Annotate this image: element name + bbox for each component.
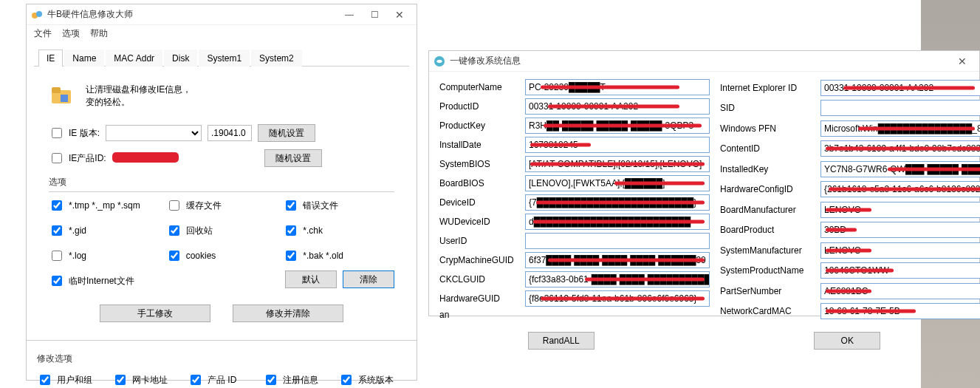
- label-crypmachineguid: CrypMachineGUID: [439, 255, 521, 265]
- opt-tempie[interactable]: 临时Internet文件: [49, 273, 160, 288]
- value-deviceid[interactable]: {7█████████████████████████}: [525, 194, 710, 211]
- opt-log[interactable]: *.log: [49, 248, 160, 263]
- menu-file[interactable]: 文件: [34, 27, 52, 40]
- mod-productid[interactable]: 产品 ID: [188, 372, 256, 387]
- value-ckclguid[interactable]: {fcf33a83-0b61-████-████-██████████e}: [525, 271, 710, 287]
- tab-system1[interactable]: System1: [199, 50, 250, 67]
- value-partsernumber[interactable]: AE6881BC: [820, 283, 980, 299]
- label-sid: SID: [720, 103, 816, 113]
- opt-cookies[interactable]: cookies: [166, 248, 278, 263]
- label-installdate: InstallDate: [439, 140, 521, 150]
- value-sid[interactable]: [820, 100, 980, 116]
- left-column: ComputerName PC-20230█████T ProductID 00…: [439, 79, 710, 320]
- opt-chk[interactable]: *.chk: [283, 223, 394, 238]
- value-wudeviceid[interactable]: d█████████████████████████: [525, 214, 710, 230]
- maximize-button[interactable]: ☐: [362, 7, 387, 23]
- value-networkcardmac[interactable]: 18-68-61-78-7E-5B: [820, 303, 980, 319]
- value-systemproductname[interactable]: 10646CTO1WW: [820, 262, 980, 279]
- options-label: 选项: [49, 176, 394, 188]
- label-ckclguid: CKCLGUID: [439, 274, 521, 285]
- value-windowspfn[interactable]: Microsoft.Win███████████████_8wekyb3d: [820, 120, 980, 137]
- modify-options-label: 修改选项: [37, 353, 406, 365]
- ie-build-input[interactable]: [208, 125, 252, 141]
- label-partsernumber: PartSerNumber: [720, 286, 816, 296]
- opt-tmp[interactable]: *.tmp *._mp *.sqm: [49, 198, 160, 213]
- fields-two-col: ComputerName PC-20230█████T ProductID 00…: [429, 72, 979, 327]
- value-boardproduct[interactable]: 30BD: [820, 222, 980, 238]
- svg-point-1: [36, 11, 42, 17]
- info-row: 让清理磁盘和修改IE信息， 变的轻松。: [49, 83, 394, 109]
- opt-gid[interactable]: *.gid: [49, 223, 160, 238]
- tab-name[interactable]: Name: [64, 50, 104, 67]
- label-boardbios: BoardBIOS: [439, 178, 521, 188]
- value-installedkey[interactable]: YC7N8-G7WR6-QW███-█████-███6Y: [820, 161, 980, 177]
- checkbox-ie-version[interactable]: IE 版本:: [49, 126, 100, 140]
- window-title: 牛B硬件信息修改大师: [47, 8, 337, 21]
- titlebar-2[interactable]: 一键修改系统信息 ✕: [429, 51, 979, 72]
- value-ieid[interactable]: 00331-10000-00001-AA202: [820, 80, 980, 96]
- default-button[interactable]: 默认: [285, 270, 337, 288]
- tab-system2[interactable]: System2: [251, 50, 302, 67]
- checkbox-ie-productid[interactable]: IE产品ID:: [49, 151, 106, 166]
- minimize-button[interactable]: —: [337, 7, 362, 23]
- opt-bakold[interactable]: *.bak *.old: [283, 248, 394, 263]
- opt-err[interactable]: 错误文件: [283, 198, 394, 213]
- folder-icon: [49, 83, 75, 109]
- randall-button[interactable]: RandALL: [528, 332, 594, 350]
- mod-usergroup[interactable]: 用户和组: [37, 372, 105, 387]
- app-icon-2: [434, 55, 445, 67]
- close-button-2[interactable]: ✕: [950, 53, 975, 69]
- label-installedkey: InstalledKey: [720, 164, 816, 174]
- value-hardwareconfigid[interactable]: {261b1618-e5a3-11c6-a6c6-b8136c092b00}: [820, 181, 980, 197]
- divider: [49, 191, 394, 192]
- value-hardwareguid[interactable]: {f8e36119-5fd3-11ea-b61b-806e6f6e6963}: [525, 290, 710, 307]
- mod-nic[interactable]: 网卡地址: [112, 372, 180, 387]
- random-set-button-2[interactable]: 随机设置: [264, 149, 322, 167]
- value-installdate[interactable]: 1673810245: [525, 137, 710, 153]
- info-text: 让清理磁盘和修改IE信息， 变的轻松。: [86, 84, 191, 109]
- tabs: IE Name MAC Addr Disk System1 System2: [34, 49, 409, 67]
- value-systemmanufacturer[interactable]: LENOVO: [820, 242, 980, 259]
- value-contentid[interactable]: 3b7e1b43-6109-a4f1-bde0-98b7edc08393: [820, 140, 980, 157]
- mod-register[interactable]: 注册信息: [263, 372, 331, 387]
- ie-productid-label: IE产品ID:: [69, 152, 106, 165]
- manual-modify-button[interactable]: 手工修改: [100, 304, 210, 322]
- value-boardbios[interactable]: [LENOVO],[FWKT5AA],[██████]: [525, 175, 710, 191]
- tab-disk[interactable]: Disk: [164, 50, 197, 67]
- clear-button[interactable]: 清除: [343, 270, 394, 288]
- titlebar[interactable]: 牛B硬件信息修改大师 — ☐ ✕: [27, 4, 417, 25]
- value-computername[interactable]: PC-20230█████T: [525, 79, 710, 95]
- ie-productid-value: [112, 150, 258, 166]
- label-productkey: ProductKey: [439, 120, 521, 131]
- mod-sysversion[interactable]: 系统版本: [338, 372, 406, 387]
- app-icon: [31, 9, 43, 21]
- value-userid[interactable]: [525, 233, 710, 249]
- ie-version-select[interactable]: [106, 125, 202, 141]
- label-systemmanufacturer: SystemManufacturer: [720, 245, 816, 256]
- value-productid[interactable]: 00331-10000-00001-AA202: [525, 98, 710, 115]
- modify-and-clear-button[interactable]: 修改并清除: [233, 304, 343, 322]
- label-windowspfn: Windows PFN: [720, 123, 816, 134]
- label-networkcardmac: NetworkCardMAC: [720, 306, 816, 316]
- tab-panel-ie: 让清理磁盘和修改IE信息， 变的轻松。 IE 版本: 随机设置 IE产品ID: …: [27, 67, 417, 333]
- value-productkey[interactable]: R3H██-█████-█████-█████-3QBP3: [525, 118, 710, 134]
- value-systembios[interactable]: [AT/AT COMPATIBLE],[02/13/15],[LENOVO]: [525, 156, 710, 172]
- row-ie-productid: IE产品ID: 随机设置: [49, 148, 394, 169]
- menu-options[interactable]: 选项: [62, 27, 80, 40]
- modify-options-section: 修改选项 用户和组 网卡地址 产品 ID 注册信息 系统版本 安装时间 系统序列…: [27, 340, 417, 388]
- opt-cache[interactable]: 缓存文件: [166, 198, 278, 213]
- menu-help[interactable]: 帮助: [90, 27, 108, 40]
- random-set-button-1[interactable]: 随机设置: [258, 124, 315, 142]
- value-crypmachineguid[interactable]: 6f37████-████-████-████-██████30: [525, 252, 710, 268]
- ok-button[interactable]: OK: [814, 332, 880, 350]
- window-system-info-editor: 一键修改系统信息 ✕ ComputerName PC-20230█████T P…: [428, 50, 980, 316]
- close-button[interactable]: ✕: [387, 7, 412, 23]
- tab-mac[interactable]: MAC Addr: [106, 50, 162, 67]
- opt-recycle[interactable]: 回收站: [166, 223, 278, 238]
- window-hardware-editor: 牛B硬件信息修改大师 — ☐ ✕ 文件 选项 帮助 IE Name MAC Ad…: [26, 4, 417, 381]
- value-boardmanufacturer[interactable]: LENOVO: [820, 202, 980, 218]
- svg-rect-4: [61, 95, 68, 102]
- row-ie-version: IE 版本: 随机设置: [49, 123, 394, 143]
- label-hardwareconfigid: HardwareConfigID: [720, 184, 816, 194]
- tab-ie[interactable]: IE: [38, 50, 63, 67]
